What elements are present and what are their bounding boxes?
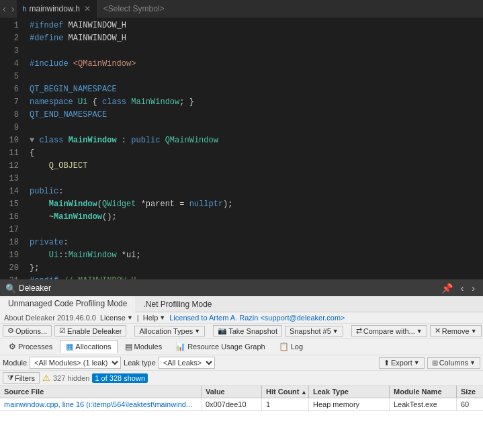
export-btn[interactable]: ⬆ Export ▼	[379, 357, 425, 369]
header-value[interactable]: Value	[202, 386, 262, 398]
tab-filename: mainwindow.h	[29, 4, 79, 13]
remove-label: Remove	[442, 327, 470, 335]
alloc-types-dropdown-icon: ▼	[194, 328, 200, 334]
header-source-file[interactable]: Source File	[0, 386, 202, 398]
code-line-10: ▼ class MainWindow : public QMainWindow	[24, 134, 483, 147]
help-label: Help	[143, 314, 159, 322]
cell-value: 0x007dee10	[202, 398, 262, 410]
code-line-2: #define MAINWINDOW_H	[24, 32, 483, 45]
tab-back-btn[interactable]: ‹	[0, 0, 9, 18]
code-line-9	[24, 122, 483, 134]
tab-forward-btn[interactable]: ›	[9, 0, 17, 18]
code-line-4: #include <QMainWindow>	[24, 58, 483, 71]
options-btn[interactable]: ⚙ Options...	[3, 325, 52, 337]
tab-processes[interactable]: ⚙ Processes	[3, 340, 58, 353]
license-dropdown-icon: ▼	[127, 314, 133, 321]
deleaker-titlebar: 🔍 Deleaker 📌 ‹ ›	[0, 280, 483, 296]
code-line-15: MainWindow(QWidget *parent = nullptr);	[24, 198, 483, 211]
help-btn[interactable]: Help ▼	[143, 314, 166, 322]
code-line-7: namespace Ui { class MainWindow; }	[24, 96, 483, 109]
tab-bar: ‹ › h mainwindow.h ✕ <Select Symbol>	[0, 0, 483, 18]
licensed-link[interactable]: Licensed to Artem A. Razin <support@dele…	[169, 314, 345, 322]
cell-leak-type: Heap memory	[309, 398, 390, 410]
code-line-1: #ifndef MAINWINDOW_H	[24, 19, 483, 32]
columns-dropdown-icon: ▼	[470, 359, 476, 366]
header-module-name[interactable]: Module Name	[390, 386, 457, 398]
license-btn[interactable]: License ▼	[100, 314, 133, 322]
modules-icon: ▤	[125, 342, 132, 351]
filter-warning-icon: ⚠	[42, 373, 50, 383]
code-line-17	[24, 224, 483, 236]
log-label: Log	[291, 343, 303, 351]
table-header: Source File Value Hit Count Leak Type Mo…	[0, 386, 483, 398]
code-line-14: public:	[24, 185, 483, 198]
tab-file-icon: h	[22, 5, 26, 13]
help-dropdown-icon: ▼	[159, 314, 165, 321]
tab-resource-graph[interactable]: 📊 Resource Usage Graph	[169, 340, 271, 353]
deleaker-logo-icon: 🔍	[5, 283, 16, 294]
pin-btn[interactable]: 📌	[439, 283, 455, 294]
toolbar-row-1: ⚙ Options... ☑ Enable Deleaker Allocatio…	[0, 324, 483, 339]
code-line-16: ~MainWindow();	[24, 211, 483, 224]
code-content[interactable]: #ifndef MAINWINDOW_H #define MAINWINDOW_…	[24, 18, 483, 279]
columns-icon: ⊞	[432, 359, 438, 367]
export-icon: ⬆	[384, 359, 390, 367]
enable-deleaker-btn[interactable]: ☑ Enable Deleaker	[54, 325, 126, 337]
take-snapshot-btn[interactable]: 📷 Take Snapshot	[213, 325, 282, 337]
remove-dropdown-icon: ▼	[471, 328, 477, 334]
data-table: Source File Value Hit Count Leak Type Mo…	[0, 386, 483, 448]
license-label: License	[100, 314, 126, 322]
module-label: Module	[3, 359, 27, 367]
processes-label: Processes	[18, 343, 52, 351]
snapshot-label: Snapshot #5	[290, 327, 331, 335]
tab-modules[interactable]: ▤ Modules	[119, 340, 169, 353]
options-icon: ⚙	[7, 326, 14, 335]
remove-x-icon: ✕	[435, 326, 441, 335]
columns-btn[interactable]: ⊞ Columns ▼	[427, 357, 480, 369]
remove-btn[interactable]: ✕ Remove ▼	[430, 325, 482, 337]
camera-icon: 📷	[218, 326, 227, 335]
filter-funnel-icon: ⧩	[7, 373, 13, 382]
table-row[interactable]: mainwindow.cpp, line 16 (i:\temp\564\lea…	[0, 398, 483, 411]
deleaker-title: Deleaker	[19, 283, 51, 293]
resource-graph-label: Resource Usage Graph	[187, 343, 265, 351]
code-line-13	[24, 173, 483, 185]
tab-log[interactable]: 📋 Log	[273, 340, 309, 353]
leak-type-select[interactable]: <All Leaks>	[159, 357, 215, 369]
modules-label: Modules	[134, 343, 163, 351]
line-numbers: 1 2 3 4 5 6 7 8 9 10 11 12 13 14 15 16 1…	[0, 18, 24, 279]
filters-label: Filters	[15, 374, 35, 382]
header-size[interactable]: Size	[457, 386, 483, 398]
tab-mainwindow-h[interactable]: h mainwindow.h ✕	[17, 0, 98, 18]
code-line-8: QT_END_NAMESPACE	[24, 109, 483, 122]
snapshot-select-btn[interactable]: Snapshot #5 ▼	[285, 326, 343, 337]
code-line-21: #endif // MAINWINDOW_H	[24, 275, 483, 279]
arrow-left-btn[interactable]: ‹	[458, 283, 467, 294]
export-label: Export	[391, 359, 412, 367]
code-line-5	[24, 71, 483, 83]
options-label: Options...	[15, 327, 47, 335]
code-line-18: private:	[24, 236, 483, 249]
allocations-icon: ▦	[66, 342, 73, 351]
snapshot-dropdown-icon: ▼	[333, 328, 339, 334]
tab-unmanaged-mode[interactable]: Unmanaged Code Profiling Mode	[0, 296, 135, 312]
header-leak-type[interactable]: Leak Type	[309, 386, 390, 398]
code-line-20: };	[24, 262, 483, 275]
tab-allocations[interactable]: ▦ Allocations	[60, 340, 117, 353]
export-dropdown-icon: ▼	[414, 359, 420, 366]
graph-icon: 📊	[175, 342, 185, 351]
alloc-types-btn[interactable]: Allocation Types ▼	[134, 326, 205, 337]
tab-close-btn[interactable]: ✕	[83, 4, 92, 13]
select-symbol-label: <Select Symbol>	[98, 4, 170, 13]
header-hit-count[interactable]: Hit Count	[262, 386, 309, 398]
columns-label: Columns	[439, 359, 468, 367]
module-select[interactable]: <All Modules> (1 leak)	[30, 357, 121, 369]
filters-toggle-btn[interactable]: ⧩ Filters	[3, 372, 40, 384]
cell-module-name: LeakTest.exe	[390, 398, 457, 410]
compare-with-btn[interactable]: ⇄ Compare with... ▼	[351, 325, 427, 337]
cell-size: 60	[457, 398, 483, 410]
hidden-count: 327 hidden	[53, 374, 89, 382]
tab-net-mode[interactable]: .Net Profiling Mode	[135, 297, 220, 312]
mode-tabs: Unmanaged Code Profiling Mode .Net Profi…	[0, 296, 483, 312]
arrow-right-btn[interactable]: ›	[469, 283, 478, 294]
